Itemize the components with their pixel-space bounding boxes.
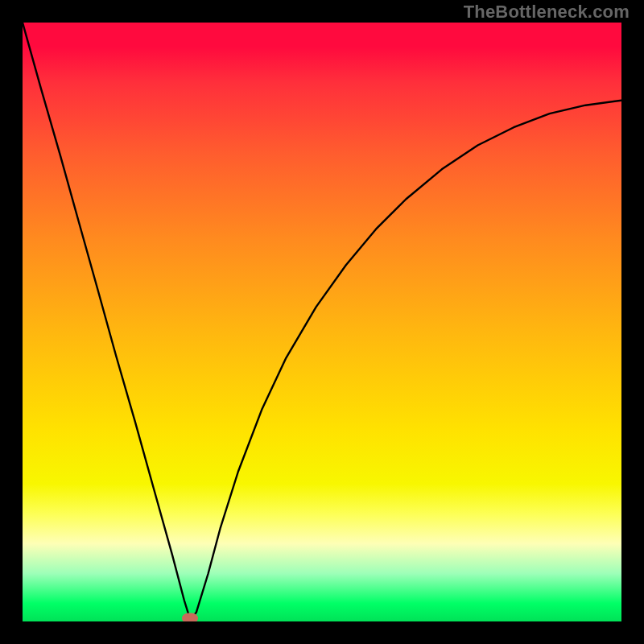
bottleneck-curve (23, 23, 621, 621)
chart-frame: TheBottleneck.com (0, 0, 644, 644)
optimal-point-marker (182, 613, 198, 621)
watermark-text: TheBottleneck.com (464, 2, 630, 23)
plot-area (23, 23, 621, 621)
